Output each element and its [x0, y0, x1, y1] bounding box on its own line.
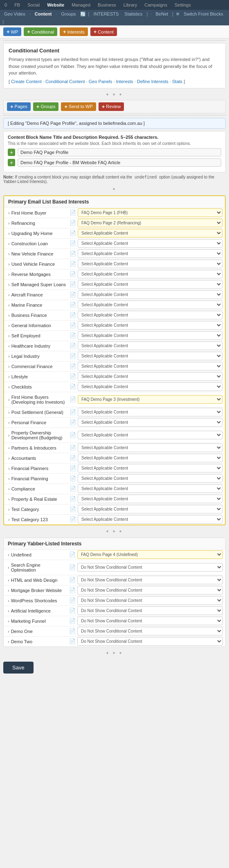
interest-select[interactable]: Select Applicable ContentFAQ Demo Page 1… — [78, 331, 222, 340]
breadcrumb-create-content[interactable]: Create Content — [11, 79, 42, 84]
nav-item-settings[interactable]: Settings — [173, 2, 193, 8]
content-block-add-1[interactable]: + — [8, 149, 15, 156]
subnav-switch-front-blocks[interactable]: Switch Front Blocks — [182, 11, 225, 17]
interest-select[interactable]: Select Applicable ContentFAQ Demo Page 1… — [78, 382, 222, 391]
subnav-interests[interactable]: INTERESTS — [92, 11, 121, 17]
doc-icon[interactable]: 📄 — [70, 465, 76, 471]
nav-item-business[interactable]: Business — [96, 2, 118, 8]
interest-select[interactable]: Select Applicable ContentFAQ Demo Page 1… — [78, 418, 222, 427]
content-block-input-1[interactable] — [18, 148, 221, 156]
interest-select[interactable]: Select Applicable ContentFAQ Demo Page 1… — [78, 321, 222, 330]
interest-select[interactable]: Select Applicable ContentFAQ Demo Page 1… — [78, 454, 222, 462]
interest-select[interactable]: Select Applicable ContentFAQ Demo Page 1… — [78, 495, 222, 503]
doc-icon[interactable]: 📄 — [70, 220, 76, 226]
doc-icon[interactable]: 📄 — [70, 271, 76, 277]
nav-item-0[interactable]: 0 — [2, 2, 9, 8]
doc-icon[interactable]: 📄 — [70, 332, 76, 339]
doc-icon[interactable]: 📄 — [69, 577, 76, 583]
pages-button[interactable]: + Pages — [7, 102, 31, 111]
interest-select[interactable]: Do Not Show Conditional ContentShow Cond… — [77, 627, 223, 635]
interest-select[interactable]: Do Not Show Conditional ContentShow Cond… — [77, 563, 223, 572]
doc-icon[interactable]: 📄 — [70, 516, 76, 522]
interest-select[interactable]: Select Applicable ContentFAQ Demo Page 1… — [78, 311, 222, 319]
breadcrumb-geo-panels[interactable]: Geo Panels — [89, 79, 112, 84]
interest-select[interactable]: Select Applicable ContentFAQ Demo Page 1… — [78, 408, 222, 416]
doc-icon[interactable]: 📄 — [69, 628, 76, 634]
doc-icon[interactable]: 📄 — [70, 292, 76, 298]
nav-item-fb[interactable]: FB — [12, 2, 22, 8]
interest-select[interactable]: Select Applicable ContentFAQ Demo Page 1… — [78, 474, 222, 483]
interest-select[interactable]: Select Applicable ContentFAQ Demo Page 1… — [78, 395, 222, 404]
interest-select[interactable]: Do Not Show Conditional ContentShow Cond… — [77, 586, 223, 594]
doc-icon[interactable]: 📄 — [70, 363, 76, 369]
review-button[interactable]: + Review — [99, 102, 124, 111]
interest-select[interactable]: Select Applicable ContentFAQ Demo Page 1… — [78, 443, 222, 452]
doc-icon[interactable]: 📄 — [70, 419, 76, 425]
doc-icon[interactable]: 📄 — [70, 210, 76, 216]
content-block-input-2[interactable] — [18, 158, 221, 167]
interest-select[interactable]: Select Applicable ContentFAQ Demo Page 1… — [78, 270, 222, 278]
interest-select[interactable]: Select Applicable ContentFAQ Demo Page 1… — [78, 464, 222, 472]
doc-icon[interactable]: 📄 — [70, 396, 76, 402]
content-block-add-2[interactable]: + — [8, 159, 15, 166]
nav-item-campaigns[interactable]: Campaigns — [142, 2, 169, 8]
interest-select[interactable]: Do Not Show Conditional ContentShow Cond… — [77, 606, 223, 615]
doc-icon[interactable]: 📄 — [70, 384, 76, 390]
doc-icon[interactable]: 📄 — [70, 261, 76, 267]
doc-icon[interactable]: 📄 — [70, 302, 76, 308]
interest-select[interactable]: Select Applicable ContentFAQ Demo Page 1… — [78, 280, 222, 289]
doc-icon[interactable]: 📄 — [69, 552, 76, 558]
subnav-groups[interactable]: Groups — [59, 11, 77, 17]
breadcrumb-stats[interactable]: Stats — [172, 79, 182, 84]
breadcrumb-interests[interactable]: Interests — [116, 79, 133, 84]
doc-icon[interactable]: 📄 — [69, 587, 76, 593]
interest-select[interactable]: Select Applicable ContentFAQ Demo Page 1… — [78, 301, 222, 309]
doc-icon[interactable]: 📄 — [70, 353, 76, 359]
interest-select[interactable]: Select Applicable ContentFAQ Demo Page 1… — [78, 431, 222, 439]
doc-icon[interactable]: 📄 — [69, 608, 76, 614]
nav-item-social[interactable]: Social — [25, 2, 42, 8]
interest-select[interactable]: Select Applicable ContentFAQ Demo Page 1… — [78, 352, 222, 360]
interest-select[interactable]: Select Applicable ContentFAQ Demo Page 1… — [78, 515, 222, 524]
doc-icon[interactable]: 📄 — [70, 343, 76, 349]
interest-select[interactable]: Select Applicable ContentFAQ Demo Page 1… — [78, 239, 222, 248]
conditional-button[interactable]: + Conditional — [24, 27, 57, 36]
interest-select[interactable]: Select Applicable ContentFAQ Demo Page 1… — [78, 362, 222, 371]
save-button[interactable]: Save — [3, 662, 34, 674]
send-to-wp-button[interactable]: + Send to WP — [61, 102, 96, 111]
doc-icon[interactable]: 📄 — [70, 486, 76, 492]
doc-icon[interactable]: 📄 — [70, 432, 76, 438]
subnav-geo-video[interactable]: Geo Video — [2, 11, 27, 17]
doc-icon[interactable]: 📄 — [70, 322, 76, 328]
interest-select[interactable]: Select Applicable ContentFAQ Demo Page 1… — [78, 341, 222, 350]
interest-select[interactable]: Do Not Show Conditional ContentShow Cond… — [77, 637, 223, 646]
doc-icon[interactable]: 📄 — [70, 251, 76, 257]
interest-select[interactable]: Select Applicable ContentFAQ Demo Page 1… — [78, 290, 222, 299]
nav-item-library[interactable]: Library — [121, 2, 139, 8]
interest-select[interactable]: Select Applicable ContentFAQ Demo Page 1… — [77, 550, 223, 559]
breadcrumb-conditional-content[interactable]: Conditional Content — [45, 79, 85, 84]
subnav-benet[interactable]: BeNet — [154, 11, 170, 17]
wp-button[interactable]: + WP — [3, 27, 21, 36]
nav-item-managed[interactable]: Managed — [70, 2, 92, 8]
doc-icon[interactable]: 📄 — [70, 240, 76, 246]
doc-icon[interactable]: 📄 — [70, 455, 76, 461]
interests-button[interactable]: + Interests — [60, 27, 88, 36]
groups-button[interactable]: + Groups — [33, 102, 59, 111]
doc-icon[interactable]: 📄 — [70, 409, 76, 415]
doc-icon[interactable]: 📄 — [70, 230, 76, 236]
interest-select[interactable]: Select Applicable ContentFAQ Demo Page 1… — [78, 505, 222, 513]
interest-select[interactable]: Do Not Show Conditional ContentShow Cond… — [77, 617, 223, 625]
interest-select[interactable]: Select Applicable ContentFAQ Demo Page 1… — [78, 484, 222, 493]
subnav-statistics[interactable]: Statistics — [123, 11, 144, 17]
interest-select[interactable]: Select Applicable ContentFAQ Demo Page 1… — [78, 229, 222, 237]
interest-select[interactable]: Select Applicable ContentFAQ Demo Page 1… — [78, 372, 222, 381]
interest-select[interactable]: Select Applicable ContentFAQ Demo Page 1… — [78, 260, 222, 268]
doc-icon[interactable]: 📄 — [69, 618, 76, 624]
interest-select[interactable]: Select Applicable ContentFAQ Demo Page 1… — [78, 219, 222, 227]
doc-icon[interactable]: 📄 — [69, 564, 76, 570]
interest-select[interactable]: Select Applicable ContentFAQ Demo Page 1… — [78, 249, 222, 258]
interest-select[interactable]: Do Not Show Conditional ContentShow Cond… — [77, 596, 223, 605]
content-button[interactable]: + Content — [90, 27, 117, 36]
breadcrumb-define-interests[interactable]: Define Interests — [137, 79, 168, 84]
